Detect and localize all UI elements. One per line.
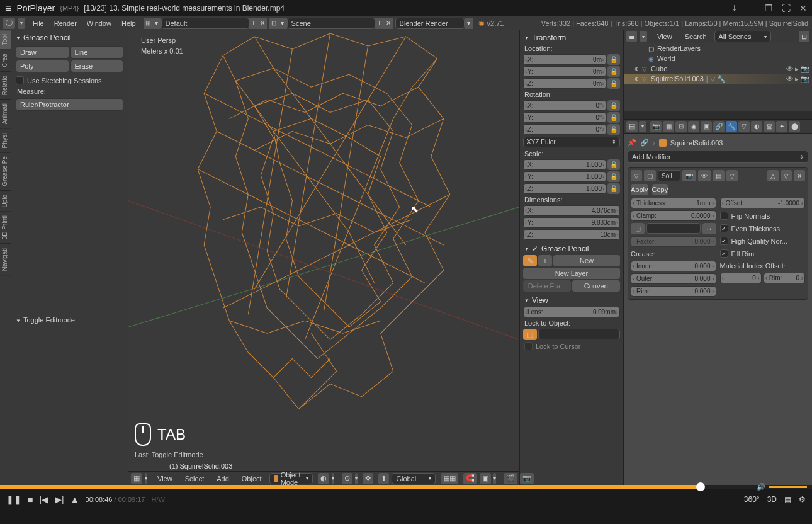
toggle-editmode-panel[interactable]: Toggle Editmode xyxy=(13,314,126,326)
lock-icon[interactable]: 🔓 xyxy=(607,171,620,182)
scene-add-icon[interactable]: + xyxy=(375,18,384,29)
scene-selector[interactable]: ⊡▾ Scene +✕ xyxy=(269,18,393,29)
clamp-field[interactable]: Clamp:0.0000 xyxy=(631,210,716,221)
scale-x[interactable]: X:1.000 xyxy=(523,159,606,170)
scene-del-icon[interactable]: ✕ xyxy=(384,18,393,29)
mode-selector[interactable]: Object Mode ▾ xyxy=(269,473,313,484)
outliner-tree[interactable]: ▢RenderLayers ◉World ⊕▽Cube👁 ▸ 📷 ⊕▽Squir… xyxy=(624,43,812,111)
gp-draw-button[interactable]: Draw xyxy=(16,46,69,59)
props-tab-render[interactable]: 📷 xyxy=(650,121,662,132)
volume-slider[interactable] xyxy=(769,486,807,488)
offset-field[interactable]: Offset:-1.0000 xyxy=(720,198,806,208)
360-button[interactable]: 360° xyxy=(744,495,760,504)
fill-rim-check[interactable]: ✓Fill Rim xyxy=(720,248,806,259)
mod-render-icon[interactable]: 📷 xyxy=(682,170,696,181)
layers-icon[interactable]: ▦▦ xyxy=(441,473,458,484)
vtab-create[interactable]: Crea xyxy=(0,50,11,72)
pin-icon[interactable]: ⤓ xyxy=(731,3,738,13)
lock-icon[interactable]: 🔓 xyxy=(607,183,620,194)
checkbox-icon[interactable]: ✓ xyxy=(532,244,538,253)
mod-edit-icon[interactable]: ▤ xyxy=(713,170,725,181)
loc-z[interactable]: Z:0m xyxy=(523,78,606,89)
vp-menu-view[interactable]: View xyxy=(152,473,178,484)
layout-del-icon[interactable]: ✕ xyxy=(258,18,267,29)
lock-icon[interactable]: 🔓 xyxy=(607,159,620,170)
view-np-header[interactable]: View xyxy=(522,295,621,306)
props-tab-material[interactable]: ◐ xyxy=(751,121,762,132)
high-quality-check[interactable]: ✓High Quality Nor... xyxy=(720,236,806,246)
flip-normals-check[interactable]: Flip Normals xyxy=(720,210,806,221)
pin-icon[interactable]: 📌 xyxy=(628,139,636,147)
outliner-editor-icon[interactable]: ≣ xyxy=(626,31,637,42)
vtab-tool[interactable]: Tool xyxy=(0,30,11,50)
lock-to-cursor-check[interactable]: Lock to Cursor xyxy=(522,341,621,351)
vgroup-invert-icon[interactable]: ↔ xyxy=(702,223,716,234)
even-thickness-check[interactable]: ✓Even Thickness xyxy=(720,223,806,234)
menu-icon[interactable]: ≡ xyxy=(5,2,12,15)
gp-add-icon[interactable]: + xyxy=(538,255,552,266)
snap-icon[interactable]: 🧲 xyxy=(463,473,477,484)
outliner-row-selected[interactable]: ⊕▽SquirrelSolid.003| ▽ 🔧👁 ▸ 📷 xyxy=(624,74,812,84)
video-seekbar[interactable]: 🔊 xyxy=(0,485,812,489)
fullscreen-icon[interactable]: ⛶ xyxy=(782,3,791,13)
editor-type-caret[interactable]: ▾ xyxy=(18,18,25,29)
scene-name[interactable]: Scene xyxy=(287,18,375,29)
rotation-mode-selector[interactable]: XYZ Euler⇕ xyxy=(523,137,620,147)
loc-x[interactable]: X:0m xyxy=(523,54,606,65)
factor-field[interactable]: Factor:0.000 xyxy=(631,236,716,247)
vtab-upload[interactable]: Uplo xyxy=(0,191,11,212)
props-tab-physics[interactable]: ⬤ xyxy=(789,121,800,132)
out-filter-icon[interactable]: ⊞ xyxy=(799,31,809,42)
stop-icon[interactable]: ■ xyxy=(28,494,33,504)
vtab-physics[interactable]: Physi xyxy=(0,129,11,152)
gp-new-button[interactable]: New xyxy=(553,255,620,266)
mod-cage-icon[interactable]: ▽ xyxy=(726,170,738,181)
vtab-relations[interactable]: Relatio xyxy=(0,72,11,100)
out-all-scenes-selector[interactable]: All Scenes▾ xyxy=(714,31,771,42)
lock-icon[interactable]: 🔓 xyxy=(607,78,620,89)
mod-expand-icon[interactable]: ▽ xyxy=(631,170,642,181)
vp-menu-select[interactable]: Select xyxy=(180,473,210,484)
gp-new-layer-button[interactable]: New Layer xyxy=(523,268,620,279)
mod-name-field[interactable]: Soli xyxy=(658,170,680,181)
lock-obj-icon[interactable]: ▢ xyxy=(523,329,537,340)
out-menu-view[interactable]: View xyxy=(652,31,677,42)
dim-y[interactable]: Y:9.833cm xyxy=(523,217,620,228)
checkbox-icon[interactable]: ✓ xyxy=(720,249,728,258)
next-icon[interactable]: ▶| xyxy=(55,494,64,504)
3d-button[interactable]: 3D xyxy=(767,495,777,504)
outliner-row[interactable]: ⊕▽Cube👁 ▸ 📷 xyxy=(624,64,812,74)
scale-y[interactable]: Y:1.000 xyxy=(523,171,606,182)
menu-help[interactable]: Help xyxy=(116,18,141,29)
lock-icon[interactable]: 🔓 xyxy=(607,54,620,65)
shading-icon[interactable]: ◐ xyxy=(318,473,329,484)
menu-file[interactable]: File xyxy=(28,18,49,29)
gp-erase-button[interactable]: Erase xyxy=(70,60,124,72)
mod-display-icon[interactable]: 👁 xyxy=(698,170,711,181)
vtab-animation[interactable]: Animati xyxy=(0,100,11,128)
gp-poly-button[interactable]: Poly xyxy=(16,60,69,72)
open-icon[interactable]: ▲ xyxy=(70,494,79,504)
seek-thumb[interactable] xyxy=(696,482,705,491)
transform-header[interactable]: Transform xyxy=(522,32,621,43)
orientation-icon[interactable]: ⬆ xyxy=(378,473,389,484)
outliner-row[interactable]: ▢RenderLayers xyxy=(624,43,812,54)
props-tab-modifiers[interactable]: 🔧 xyxy=(726,121,737,132)
engine-selector[interactable]: Blender Render ▾ xyxy=(395,18,473,29)
link-icon[interactable]: 🔗 xyxy=(640,139,649,147)
render-anim-icon[interactable]: 📷 xyxy=(520,473,534,484)
lock-icon[interactable]: 🔓 xyxy=(607,112,620,123)
props-tab-data[interactable]: ▽ xyxy=(738,121,750,132)
scene-caret[interactable]: ▾ xyxy=(278,18,287,29)
rot-x[interactable]: X:0° xyxy=(523,100,606,111)
checkbox-icon[interactable] xyxy=(16,76,24,84)
vgroup-icon[interactable]: ⊞ xyxy=(631,223,645,234)
rot-z[interactable]: Z:0° xyxy=(523,124,606,135)
crease-inner-field[interactable]: Inner:0.000 xyxy=(631,261,716,271)
scene-browse-icon[interactable]: ⊡ xyxy=(269,18,278,29)
out-menu-search[interactable]: Search xyxy=(680,31,712,42)
lens-field[interactable]: Lens:0.09mm xyxy=(523,307,620,317)
3d-viewport[interactable]: ⬉ User Persp Meters x 0.01 TAB Last: Tog… xyxy=(128,30,519,485)
checkbox-icon[interactable] xyxy=(720,212,728,220)
pivot-icon[interactable]: ⊙ xyxy=(342,473,352,484)
